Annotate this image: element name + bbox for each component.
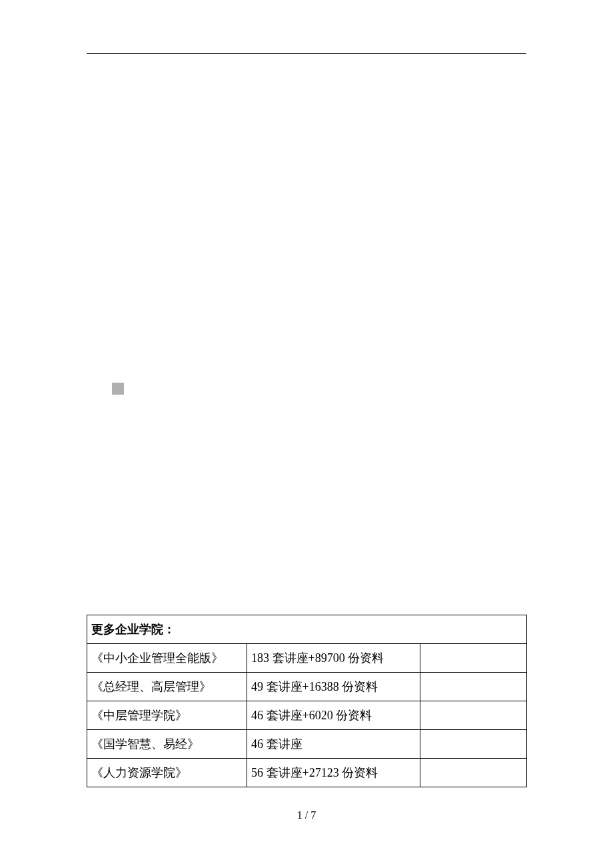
course-detail-cell: 183 套讲座+89700 份资料 xyxy=(247,644,420,673)
course-detail-cell: 46 套讲座 xyxy=(247,730,420,759)
course-detail-cell: 46 套讲座+6020 份资料 xyxy=(247,701,420,730)
course-detail-cell: 49 套讲座+16388 份资料 xyxy=(247,673,420,701)
table-row: 《人力资源学院》 56 套讲座+27123 份资料 xyxy=(87,759,527,787)
course-name-cell: 《总经理、高层管理》 xyxy=(87,673,247,701)
table-row: 《中层管理学院》 46 套讲座+6020 份资料 xyxy=(87,701,527,730)
course-extra-cell xyxy=(420,730,527,759)
course-name-cell: 《中层管理学院》 xyxy=(87,701,247,730)
courses-table: 更多企业学院： 《中小企业管理全能版》 183 套讲座+89700 份资料 《总… xyxy=(87,615,527,787)
course-extra-cell xyxy=(420,759,527,787)
course-detail-cell: 56 套讲座+27123 份资料 xyxy=(247,759,420,787)
table-row: 《总经理、高层管理》 49 套讲座+16388 份资料 xyxy=(87,673,527,701)
square-bullet-icon xyxy=(112,383,124,395)
course-name-cell: 《中小企业管理全能版》 xyxy=(87,644,247,673)
course-extra-cell xyxy=(420,701,527,730)
table-row: 《国学智慧、易经》 46 套讲座 xyxy=(87,730,527,759)
courses-table-wrap: 更多企业学院： 《中小企业管理全能版》 183 套讲座+89700 份资料 《总… xyxy=(87,615,526,787)
header-rule-line xyxy=(87,53,526,54)
table-row: 《中小企业管理全能版》 183 套讲座+89700 份资料 xyxy=(87,644,527,673)
page-number: 1 / 7 xyxy=(0,809,613,821)
course-name-cell: 《人力资源学院》 xyxy=(87,759,247,787)
course-extra-cell xyxy=(420,673,527,701)
document-page: 更多企业学院： 《中小企业管理全能版》 183 套讲座+89700 份资料 《总… xyxy=(0,0,613,868)
course-extra-cell xyxy=(420,644,527,673)
table-header-row: 更多企业学院： xyxy=(87,615,527,644)
course-name-cell: 《国学智慧、易经》 xyxy=(87,730,247,759)
table-header-cell: 更多企业学院： xyxy=(87,615,527,644)
